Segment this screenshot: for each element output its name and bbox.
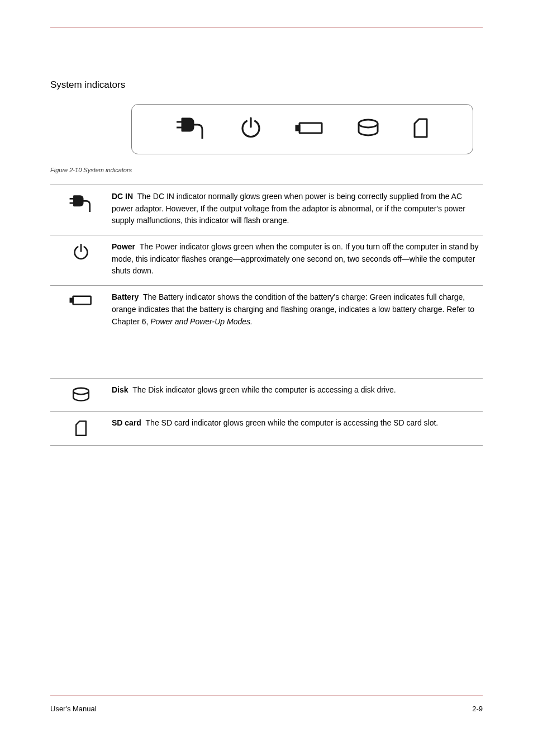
bottom-rule — [50, 696, 483, 696]
row-label: SD card — [112, 418, 141, 427]
sd-card-icon — [50, 417, 112, 437]
battery-icon — [295, 120, 324, 139]
row-text: The Disk indicator glows green while the… — [132, 385, 396, 394]
section-title: System indicators — [50, 79, 125, 91]
indicator-row-dc-in: DC IN The DC IN indicator normally glows… — [50, 185, 483, 235]
row-label: Battery — [112, 292, 139, 301]
figure-caption: Figure 2-10 System indicators — [50, 167, 132, 173]
row-body: SD card The SD card indicator glows gree… — [112, 417, 483, 437]
svg-point-5 — [359, 120, 378, 127]
dc-in-icon — [50, 191, 112, 227]
top-rule — [50, 27, 483, 27]
dc-in-icon — [175, 115, 207, 143]
footer-left: User's Manual — [50, 705, 97, 713]
svg-point-11 — [73, 388, 89, 394]
sd-card-icon — [412, 117, 429, 141]
row-text: The Power indicator glows green when the… — [112, 242, 478, 275]
indicator-table: DC IN The DC IN indicator normally glows… — [50, 185, 483, 446]
indicator-figure — [131, 104, 473, 154]
row-text: The DC IN indicator normally glows green… — [112, 192, 465, 225]
svg-rect-10 — [70, 299, 73, 302]
row-body: Battery The Battery indicator shows the … — [112, 291, 483, 370]
indicator-row-sd-card: SD card The SD card indicator glows gree… — [50, 411, 483, 446]
row-text: The SD card indicator glows green while … — [146, 418, 439, 427]
row-body: Power The Power indicator glows green wh… — [112, 241, 483, 277]
row-label: Disk — [112, 385, 129, 394]
indicator-row-battery: Battery The Battery indicator shows the … — [50, 285, 483, 378]
power-icon — [50, 241, 112, 277]
section-title-text: System indicators — [50, 79, 125, 90]
indicator-row-disk: Disk The Disk indicator glows green whil… — [50, 378, 483, 411]
page: System indicators — [0, 0, 533, 756]
svg-rect-4 — [296, 126, 299, 130]
cross-reference: Power and Power-Up Modes. — [150, 317, 253, 326]
battery-icon — [50, 291, 112, 370]
disk-icon — [356, 118, 380, 140]
power-icon — [239, 116, 263, 142]
indicator-row-power: Power The Power indicator glows green wh… — [50, 235, 483, 285]
row-label: DC IN — [112, 192, 133, 201]
row-label: Power — [112, 242, 135, 251]
row-body: DC IN The DC IN indicator normally glows… — [112, 191, 483, 227]
row-body: Disk The Disk indicator glows green whil… — [112, 384, 483, 403]
footer-right: 2-9 — [472, 705, 483, 713]
svg-rect-9 — [73, 296, 91, 304]
disk-icon — [50, 384, 112, 403]
svg-rect-3 — [299, 123, 322, 133]
